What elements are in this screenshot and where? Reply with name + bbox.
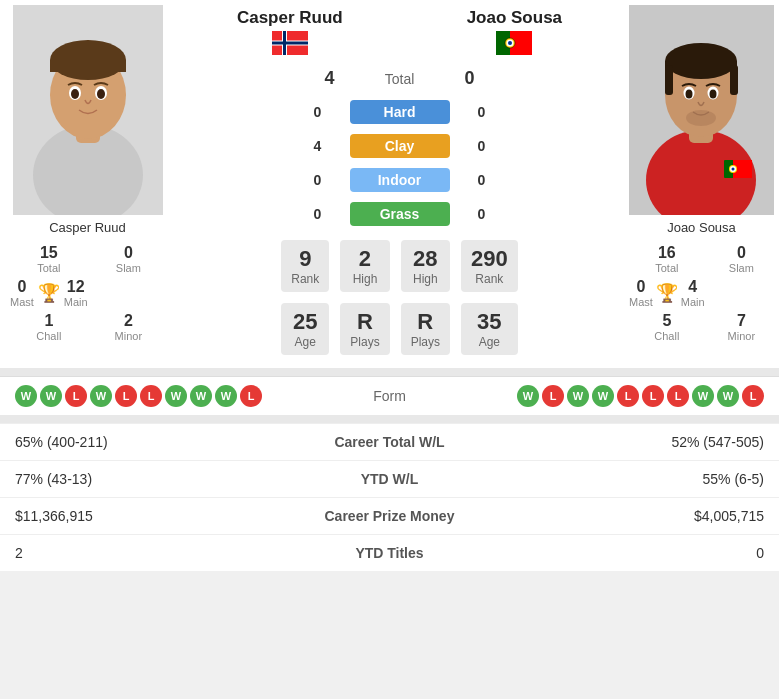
left-age-label: Age — [291, 335, 319, 349]
svg-point-31 — [710, 90, 717, 99]
stats-row: 2 YTD Titles 0 — [0, 535, 779, 572]
left-total-cell: 15 Total — [10, 244, 88, 274]
left-plays-label: Plays — [350, 335, 379, 349]
form-badge-left: L — [65, 385, 87, 407]
left-player-photo — [3, 0, 173, 220]
left-player-column: Casper Ruud 15 Total 0 Slam 0 Mast 🏆 — [0, 0, 175, 358]
total-score-left: 4 — [310, 68, 350, 89]
left-age-value: 25 — [291, 309, 319, 335]
svg-point-37 — [732, 168, 735, 171]
form-badge-left: W — [215, 385, 237, 407]
form-badge-right: L — [667, 385, 689, 407]
indoor-button[interactable]: Indoor — [350, 168, 450, 192]
right-mast-label: Mast — [629, 296, 653, 308]
grass-button[interactable]: Grass — [350, 202, 450, 226]
right-high-box: 28 High — [401, 240, 450, 292]
right-slam-label: Slam — [709, 262, 774, 274]
form-badge-right: W — [692, 385, 714, 407]
stats-left-value: 2 — [0, 535, 273, 572]
left-player-name-below-photo: Casper Ruud — [49, 220, 126, 235]
stats-left-value: 65% (400-211) — [0, 424, 273, 461]
left-minor-value: 2 — [92, 312, 165, 330]
stats-row: 77% (43-13) YTD W/L 55% (6-5) — [0, 461, 779, 498]
stats-right-value: 0 — [506, 535, 779, 572]
left-spacer — [92, 278, 165, 308]
right-plays-label: Plays — [411, 335, 440, 349]
right-total-label: Total — [629, 262, 705, 274]
right-center-stats2: 28 High R Plays — [398, 237, 453, 358]
grass-score-left: 0 — [298, 206, 338, 222]
left-main-value: 12 — [64, 278, 88, 296]
left-minor-cell: 2 Minor — [92, 312, 165, 342]
center-column: Casper Ruud Joao Sousa — [175, 0, 624, 358]
indoor-row: 0 Indoor 0 — [298, 163, 502, 197]
left-rank-label: Rank — [291, 272, 319, 286]
svg-rect-27 — [730, 65, 738, 95]
right-minor-cell: 7 Minor — [709, 312, 774, 342]
right-total-value: 16 — [629, 244, 705, 262]
right-age-label: Age — [471, 335, 508, 349]
total-score-right: 0 — [450, 68, 490, 89]
left-player-name: Casper Ruud — [237, 8, 343, 28]
right-high-label: High — [411, 272, 440, 286]
svg-rect-26 — [665, 65, 673, 95]
stats-right-value: $4,005,715 — [506, 498, 779, 535]
svg-point-32 — [686, 110, 716, 126]
form-badge-right: L — [642, 385, 664, 407]
stats-center-label: Career Prize Money — [273, 498, 507, 535]
right-minor-label: Minor — [709, 330, 774, 342]
svg-point-8 — [71, 89, 79, 99]
left-total-value: 15 — [10, 244, 88, 262]
form-badge-left: L — [140, 385, 162, 407]
left-chall-label: Chall — [10, 330, 88, 342]
right-slam-value: 0 — [709, 244, 774, 262]
form-badge-left: L — [240, 385, 262, 407]
clay-score-left: 4 — [298, 138, 338, 154]
hard-score-right: 0 — [462, 104, 502, 120]
left-chall-cell: 1 Chall — [10, 312, 88, 342]
left-high-label: High — [350, 272, 379, 286]
right-plays-value: R — [411, 309, 440, 335]
form-section: WWLWLLWWWL Form WLWWLLLWWL — [0, 376, 779, 415]
right-chall-label: Chall — [629, 330, 705, 342]
divider-2 — [0, 415, 779, 423]
stats-center-label: Career Total W/L — [273, 424, 507, 461]
svg-rect-5 — [50, 60, 126, 72]
left-plays-value: R — [350, 309, 379, 335]
right-chall-value: 5 — [629, 312, 705, 330]
stats-row: $11,366,915 Career Prize Money $4,005,71… — [0, 498, 779, 535]
left-plays-box: R Plays — [340, 303, 389, 355]
right-mast-value: 0 — [629, 278, 653, 296]
form-badge-left: W — [90, 385, 112, 407]
grass-row: 0 Grass 0 — [298, 197, 502, 231]
form-badge-right: W — [592, 385, 614, 407]
right-age-value: 35 — [471, 309, 508, 335]
svg-point-9 — [97, 89, 105, 99]
names-row: Casper Ruud Joao Sousa — [175, 0, 624, 62]
form-badge-left: W — [15, 385, 37, 407]
center-stat-boxes: 9 Rank 25 Age 2 High R — [273, 231, 525, 358]
left-center-stats: 9 Rank 25 Age — [278, 237, 332, 358]
clay-button[interactable]: Clay — [350, 134, 450, 158]
total-row: 4 Total 0 — [310, 62, 490, 95]
left-slam-label: Slam — [92, 262, 165, 274]
form-badge-right: W — [717, 385, 739, 407]
right-total-cell: 16 Total — [629, 244, 705, 274]
right-player-photo — [627, 0, 777, 220]
right-rank-box: 290 Rank — [461, 240, 518, 292]
right-center-stats: 290 Rank 35 Age — [458, 237, 521, 358]
left-total-label: Total — [10, 262, 88, 274]
form-badge-right: W — [517, 385, 539, 407]
left-player-image — [13, 5, 163, 215]
left-slam-value: 0 — [92, 244, 165, 262]
right-trophy-icon: 🏆 — [656, 282, 678, 304]
right-player-name-below-photo: Joao Sousa — [667, 220, 736, 235]
stats-right-value: 55% (6-5) — [506, 461, 779, 498]
stats-row: 65% (400-211) Career Total W/L 52% (547-… — [0, 424, 779, 461]
top-section: Casper Ruud 15 Total 0 Slam 0 Mast 🏆 — [0, 0, 779, 368]
right-name-flag: Joao Sousa — [467, 8, 562, 58]
hard-row: 0 Hard 0 — [298, 95, 502, 129]
grass-score-right: 0 — [462, 206, 502, 222]
svg-point-19 — [508, 41, 512, 45]
hard-button[interactable]: Hard — [350, 100, 450, 124]
